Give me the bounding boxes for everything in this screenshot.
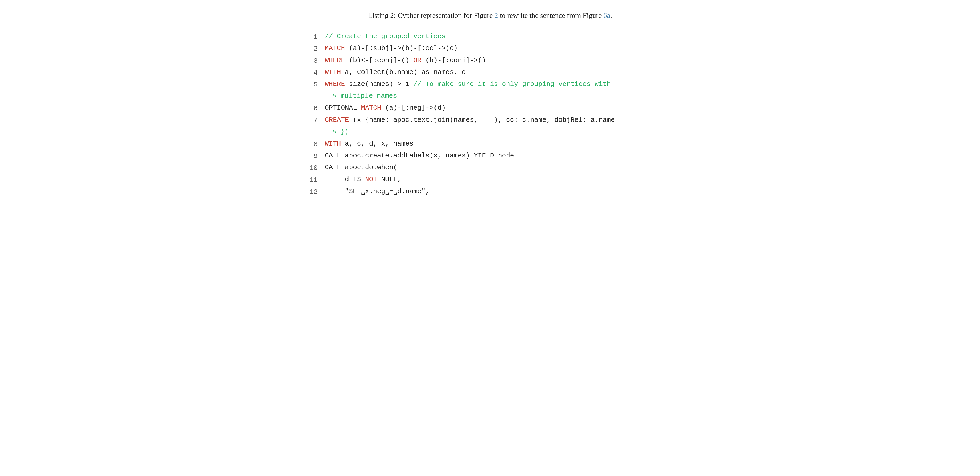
line-number: 12 — [309, 186, 325, 198]
code-segment: OR — [413, 57, 421, 64]
code-line: 11 d IS NOT NULL, — [309, 174, 671, 186]
caption-ref1: 2 — [495, 11, 498, 19]
code-segment: a, Collect(b.name) as names, c — [341, 68, 466, 76]
line-content: d IS NOT NULL, — [325, 174, 671, 185]
code-segment: (a)-[:subj]->(b)-[:cc]->(c) — [345, 44, 458, 52]
line-number: 4 — [309, 67, 325, 78]
code-segment — [357, 104, 361, 112]
code-block: 1// Create the grouped vertices2MATCH (a… — [309, 28, 671, 200]
continuation-line: 7↪ }) — [309, 126, 671, 138]
code-line: 2MATCH (a)-[:subj]->(b)-[:cc]->(c) — [309, 43, 671, 54]
code-segment: ↪ multiple names — [332, 92, 397, 100]
line-content: WHERE (b)<-[:conj]-() OR (b)-[:conj]->() — [325, 55, 671, 66]
code-segment: WHERE — [325, 57, 345, 64]
code-line: 6OPTIONAL MATCH (a)-[:neg]->(d) — [309, 102, 671, 114]
code-segment: CREATE — [325, 116, 349, 124]
code-segment: a, c, d, x, names — [341, 140, 413, 148]
continuation-content: ↪ multiple names — [325, 90, 671, 102]
code-segment: NOT — [365, 175, 377, 183]
code-segment: WITH — [325, 68, 341, 76]
code-line: 5WHERE size(names) > 1 // To make sure i… — [309, 78, 671, 90]
code-segment: // Create the grouped vertices — [325, 33, 445, 40]
code-line: 8WITH a, c, d, x, names — [309, 138, 671, 150]
line-content: WHERE size(names) > 1 // To make sure it… — [325, 78, 671, 90]
caption-text-end: . — [610, 11, 612, 19]
line-content: "SET␣x.neg␣=␣d.name", — [325, 186, 671, 197]
code-line: 9CALL apoc.create.addLabels(x, names) YI… — [309, 150, 671, 162]
code-segment: NULL, — [377, 175, 401, 183]
code-segment: OPTIONAL — [325, 104, 357, 112]
line-number: 11 — [309, 174, 325, 186]
line-content: OPTIONAL MATCH (a)-[:neg]->(d) — [325, 102, 671, 114]
code-line: 3WHERE (b)<-[:conj]-() OR (b)-[:conj]->(… — [309, 55, 671, 67]
code-segment: d IS — [325, 175, 365, 183]
code-segment: (b)<-[:conj]-() — [345, 57, 413, 64]
code-segment: ↪ }) — [332, 128, 348, 136]
code-segment: (x {name: apoc.text.join(names, ' '), cc… — [349, 116, 615, 124]
caption-text-before: Listing 2: Cypher representation for Fig… — [368, 11, 495, 19]
code-segment: size(names) > 1 — [345, 80, 413, 88]
code-line: 12 "SET␣x.neg␣=␣d.name", — [309, 186, 671, 198]
code-segment: "SET␣x.neg␣=␣d.name", — [325, 187, 430, 195]
continuation-line: 5↪ multiple names — [309, 90, 671, 102]
line-content: WITH a, c, d, x, names — [325, 138, 671, 149]
caption-ref2: 6a — [603, 11, 610, 19]
code-segment: apoc.create.addLabels(x, names) YIELD no… — [341, 152, 514, 159]
line-number: 6 — [309, 102, 325, 114]
code-line: 1// Create the grouped vertices — [309, 31, 671, 43]
line-number: 1 — [309, 31, 325, 43]
line-number: 9 — [309, 150, 325, 162]
line-number: 5 — [309, 78, 325, 90]
code-segment: WHERE — [325, 80, 345, 88]
code-segment: CALL — [325, 152, 341, 159]
code-segment: apoc.do.when( — [341, 163, 397, 171]
caption-text-mid: to rewrite the sentence from Figure — [498, 11, 603, 19]
code-segment: // To make sure it is only grouping vert… — [413, 80, 611, 88]
code-segment: CALL — [325, 163, 341, 171]
code-segment: MATCH — [361, 104, 381, 112]
line-number: 2 — [309, 43, 325, 54]
line-number: 7 — [309, 114, 325, 126]
line-content: CALL apoc.create.addLabels(x, names) YIE… — [325, 150, 671, 161]
main-container: Listing 2: Cypher representation for Fig… — [309, 10, 671, 200]
code-segment: (a)-[:neg]->(d) — [381, 104, 445, 112]
line-content: MATCH (a)-[:subj]->(b)-[:cc]->(c) — [325, 43, 671, 54]
line-number: 10 — [309, 162, 325, 174]
line-content: CALL apoc.do.when( — [325, 162, 671, 173]
line-content: WITH a, Collect(b.name) as names, c — [325, 67, 671, 78]
line-number: 8 — [309, 138, 325, 150]
code-line: 10CALL apoc.do.when( — [309, 162, 671, 174]
line-number: 3 — [309, 55, 325, 67]
code-segment: WITH — [325, 140, 341, 148]
code-line: 4WITH a, Collect(b.name) as names, c — [309, 67, 671, 78]
continuation-content: ↪ }) — [325, 126, 671, 138]
line-content: // Create the grouped vertices — [325, 31, 671, 42]
code-segment: (b)-[:conj]->() — [421, 57, 486, 64]
code-segment: MATCH — [325, 44, 345, 52]
listing-caption: Listing 2: Cypher representation for Fig… — [309, 10, 671, 21]
code-line: 7CREATE (x {name: apoc.text.join(names, … — [309, 114, 671, 126]
line-content: CREATE (x {name: apoc.text.join(names, '… — [325, 114, 671, 125]
